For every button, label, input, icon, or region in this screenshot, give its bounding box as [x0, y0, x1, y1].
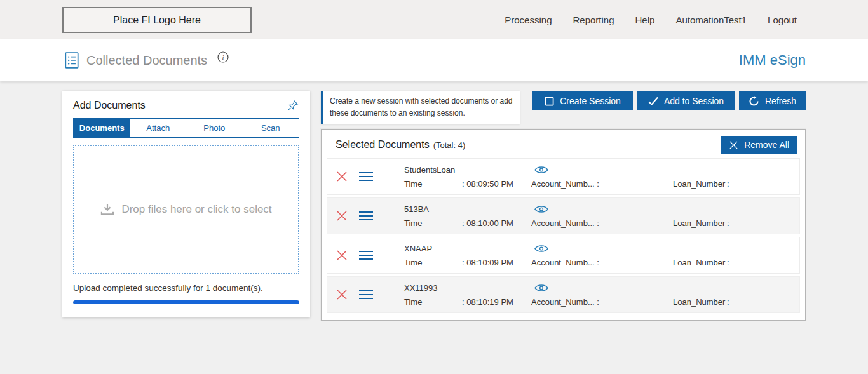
- preview-eye-icon[interactable]: [534, 244, 548, 253]
- drag-handle-icon[interactable]: [358, 171, 374, 182]
- checkmark-icon: [648, 97, 658, 105]
- selected-documents-title: Selected Documents: [336, 139, 430, 150]
- selected-documents-panel: Selected Documents (Total: 4) Remove All…: [321, 129, 806, 321]
- session-info-text: Create a new session with selected docum…: [330, 95, 513, 119]
- time-label: Time: [404, 179, 462, 189]
- refresh-button[interactable]: Refresh: [739, 91, 806, 110]
- tab-photo[interactable]: Photo: [186, 119, 243, 137]
- nav-reporting[interactable]: Reporting: [573, 15, 614, 25]
- time-value: : 08:10:09 PM: [462, 258, 531, 267]
- document-row: 513BA Time : 08:10:00 PM Account_Numb...…: [327, 197, 800, 234]
- remove-all-button[interactable]: Remove All: [721, 136, 797, 154]
- loan-number-colon: :: [727, 258, 729, 267]
- upload-status-text: Upload completed successfully for 1 docu…: [73, 283, 299, 293]
- create-session-button[interactable]: Create Session: [532, 91, 633, 110]
- tab-attach[interactable]: Attach: [130, 119, 187, 137]
- document-row: XNAAP Time : 08:10:09 PM Account_Numb...…: [327, 237, 800, 274]
- document-name: 513BA: [404, 204, 534, 214]
- top-navigation: Processing Reporting Help AutomationTest…: [505, 0, 797, 39]
- nav-processing[interactable]: Processing: [505, 15, 552, 25]
- selected-documents-total: (Total: 4): [433, 140, 466, 150]
- tab-documents[interactable]: Documents: [74, 119, 130, 137]
- document-name: StudentsLoan: [404, 165, 534, 175]
- time-value: : 08:09:50 PM: [462, 179, 531, 189]
- drag-handle-icon[interactable]: [358, 211, 374, 221]
- preview-eye-icon[interactable]: [534, 165, 548, 175]
- add-to-session-label: Add to Session: [664, 96, 724, 106]
- document-details: 513BA Time : 08:10:00 PM Account_Numb...…: [404, 204, 799, 228]
- pin-icon[interactable]: [287, 99, 299, 112]
- remove-document-icon[interactable]: [336, 171, 348, 182]
- nav-help[interactable]: Help: [635, 15, 655, 25]
- loan-number-colon: :: [727, 297, 729, 307]
- svg-text:i: i: [222, 53, 224, 61]
- loan-number-label: Loan_Number: [673, 297, 727, 307]
- account-number-label: Account_Numb... :: [531, 258, 673, 267]
- refresh-label: Refresh: [765, 96, 796, 106]
- time-label: Time: [404, 218, 462, 228]
- session-buttons: Create Session Add to Session Refresh: [532, 91, 806, 110]
- fi-logo-placeholder: Place FI Logo Here: [62, 7, 252, 33]
- upload-progress-fill: [73, 300, 299, 304]
- page-title: Collected Documents: [86, 53, 207, 68]
- account-number-label: Account_Numb... :: [531, 297, 673, 307]
- time-label: Time: [404, 297, 462, 307]
- document-row: StudentsLoan Time : 08:09:50 PM Account_…: [327, 158, 800, 195]
- preview-eye-icon[interactable]: [534, 204, 548, 214]
- preview-eye-icon[interactable]: [534, 283, 548, 293]
- square-icon: [545, 97, 554, 106]
- nav-logout[interactable]: Logout: [768, 15, 797, 25]
- document-name: XNAAP: [404, 244, 534, 253]
- info-icon[interactable]: i: [217, 51, 229, 63]
- brand-imm-esign: IMM eSign: [739, 39, 806, 81]
- collected-documents-icon: [64, 51, 80, 69]
- time-value: : 08:10:19 PM: [462, 297, 531, 307]
- selected-documents-title-wrap: Selected Documents (Total: 4): [336, 139, 465, 150]
- create-session-label: Create Session: [560, 96, 621, 106]
- remove-document-icon[interactable]: [336, 250, 348, 261]
- add-documents-card: Add Documents Documents Attach Photo Sca…: [62, 91, 310, 317]
- add-to-session-button[interactable]: Add to Session: [637, 91, 735, 110]
- document-name: XX11993: [404, 283, 534, 293]
- header-band: Collected Documents i IMM eSign: [0, 39, 868, 81]
- header-left: Collected Documents i: [64, 39, 229, 81]
- selected-documents-header: Selected Documents (Total: 4) Remove All: [322, 130, 805, 158]
- remove-all-label: Remove All: [744, 140, 789, 150]
- download-icon: [100, 203, 114, 216]
- topbar: Place FI Logo Here Processing Reporting …: [0, 0, 868, 39]
- close-x-icon: [729, 140, 738, 150]
- account-number-label: Account_Numb... :: [531, 218, 673, 228]
- document-row: XX11993 Time : 08:10:19 PM Account_Numb.…: [327, 276, 800, 313]
- loan-number-label: Loan_Number: [673, 218, 727, 228]
- add-documents-title: Add Documents: [73, 100, 146, 111]
- document-details: XX11993 Time : 08:10:19 PM Account_Numb.…: [404, 283, 799, 307]
- refresh-icon: [749, 96, 759, 107]
- loan-number-label: Loan_Number: [673, 258, 727, 267]
- document-details: StudentsLoan Time : 08:09:50 PM Account_…: [404, 165, 799, 189]
- add-documents-tabs: Documents Attach Photo Scan: [73, 118, 299, 138]
- file-dropzone[interactable]: Drop files here or click to select: [73, 145, 299, 274]
- remove-document-icon[interactable]: [336, 289, 348, 300]
- loan-number-colon: :: [727, 218, 729, 228]
- remove-document-icon[interactable]: [336, 210, 348, 222]
- time-label: Time: [404, 258, 462, 267]
- tab-scan[interactable]: Scan: [243, 119, 299, 137]
- document-details: XNAAP Time : 08:10:09 PM Account_Numb...…: [404, 244, 799, 267]
- loan-number-label: Loan_Number: [673, 179, 727, 189]
- add-documents-header: Add Documents: [62, 91, 310, 118]
- loan-number-colon: :: [727, 179, 729, 189]
- drag-handle-icon[interactable]: [358, 250, 374, 260]
- session-info-box: Create a new session with selected docum…: [321, 91, 520, 124]
- account-number-label: Account_Numb... :: [531, 179, 673, 189]
- document-rows: StudentsLoan Time : 08:09:50 PM Account_…: [322, 158, 805, 313]
- dropzone-text: Drop files here or click to select: [121, 203, 271, 216]
- app-root: Place FI Logo Here Processing Reporting …: [0, 0, 868, 374]
- time-value: : 08:10:00 PM: [462, 218, 531, 228]
- drag-handle-icon[interactable]: [358, 290, 374, 300]
- upload-progress-bar: [73, 300, 299, 304]
- nav-user-automationtest1[interactable]: AutomationTest1: [675, 15, 747, 25]
